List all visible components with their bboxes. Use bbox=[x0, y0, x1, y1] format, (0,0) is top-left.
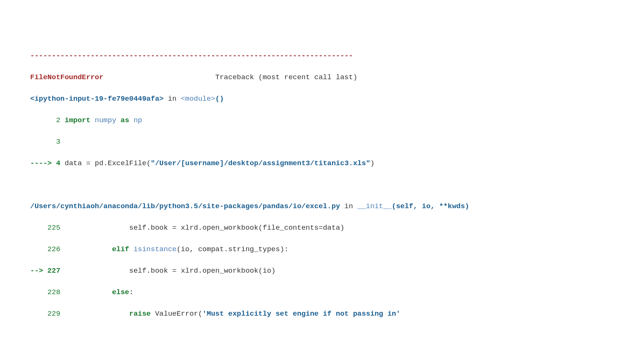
blank-1 bbox=[30, 180, 614, 190]
frame0-line4: ----> 4 data = pd.ExcelFile("/User/[user… bbox=[30, 158, 614, 169]
frame1-line225: 225 self.book = xlrd.open_workbook(file_… bbox=[30, 223, 614, 233]
frame0-line2: 2 import numpy as np bbox=[30, 115, 614, 126]
blank-2 bbox=[30, 330, 614, 341]
traceback-header: FileNotFoundError Traceback (most recent… bbox=[30, 72, 614, 83]
traceback-separator: ----------------------------------------… bbox=[30, 51, 614, 61]
frame0-line3: 3 bbox=[30, 137, 614, 147]
frame1-line228: 228 else: bbox=[30, 287, 614, 298]
frame2-header: /Users/cynthiaoh/anaconda/lib/python3.5/… bbox=[30, 351, 614, 353]
frame0-header: <ipython-input-19-fe79e0449afa> in <modu… bbox=[30, 94, 614, 104]
frame1-line227: --> 227 self.book = xlrd.open_workbook(i… bbox=[30, 266, 614, 276]
frame1-line229: 229 raise ValueError('Must explicitly se… bbox=[30, 308, 614, 319]
frame1-line226: 226 elif isinstance(io, compat.string_ty… bbox=[30, 244, 614, 255]
frame1-header: /Users/cynthiaoh/anaconda/lib/python3.5/… bbox=[30, 201, 614, 212]
